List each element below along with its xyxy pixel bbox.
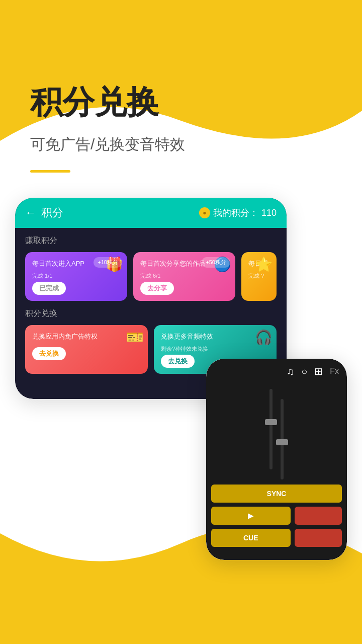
- cue-button[interactable]: CUE: [211, 529, 291, 547]
- dj-btn-row-3: CUE: [211, 529, 342, 547]
- card-icon-daily-watch: ⭐: [255, 256, 273, 273]
- page-subtitle: 可免广告/兑换变音特效: [30, 134, 332, 155]
- points-screen-title: 积分: [41, 205, 63, 220]
- card-icon-ad-free: 🎫: [126, 329, 144, 346]
- card-icon-voice-fx: 🎧: [255, 329, 273, 346]
- coin-icon: ●: [199, 207, 210, 218]
- phone-second: ♫ ○ ⊞ Fx SYNC: [206, 359, 347, 560]
- card-progress-daily-watch: 完成 ?: [248, 272, 269, 280]
- card-btn-daily-share[interactable]: 去分享: [140, 282, 174, 295]
- card-badge-daily-app: +10积分: [94, 257, 122, 268]
- card-daily-share[interactable]: 🔵 每日首次分享您的作品 +50积分 完成 6/1 去分享: [133, 252, 235, 301]
- title-divider: [30, 170, 70, 173]
- dj-buttons-area: SYNC ▶ CUE: [206, 485, 347, 547]
- sync-button[interactable]: SYNC: [211, 485, 342, 503]
- pad-button-2[interactable]: [295, 529, 342, 547]
- circle-icon: ○: [301, 366, 307, 377]
- dj-btn-row-1: SYNC: [211, 485, 342, 503]
- card-badge-daily-share: +50积分: [202, 257, 230, 268]
- fx-label: Fx: [330, 367, 339, 376]
- card-ad-free[interactable]: 🎫 兑换应用内免广告特权 去兑换: [25, 325, 148, 374]
- card-desc-voice-fx: 兑换更多音频特效: [161, 332, 269, 341]
- fader-track-left[interactable]: [269, 389, 273, 469]
- card-progress-daily-app: 完成 1/1: [32, 272, 120, 280]
- fader-handle-right[interactable]: [276, 439, 288, 445]
- dj-fader-area: [206, 389, 347, 479]
- card-btn-ad-free[interactable]: 去兑换: [32, 347, 66, 360]
- dj-btn-row-2: ▶: [211, 507, 342, 525]
- card-daily-app[interactable]: 🎁 每日首次进入APP +10积分 完成 1/1 已完成: [25, 252, 127, 301]
- card-btn-daily-app[interactable]: 已完成: [32, 282, 66, 295]
- music-icon: ♫: [287, 366, 294, 377]
- eq-icon: ⊞: [314, 365, 323, 377]
- card-btn-voice-fx[interactable]: 去兑换: [161, 355, 195, 368]
- main-content: 积分兑换 可免广告/兑换变音特效 ← 积分 ● 我的: [0, 0, 362, 590]
- card-desc-ad-free: 兑换应用内免广告特权: [32, 332, 141, 341]
- play-button[interactable]: ▶: [211, 507, 291, 525]
- my-points-value: 110: [261, 208, 277, 218]
- phones-container: ← 积分 ● 我的积分： 110 赚取积分: [30, 198, 332, 590]
- points-header: ← 积分 ● 我的积分： 110: [15, 198, 287, 228]
- my-points-label: 我的积分：: [213, 207, 258, 219]
- fader-handle-left[interactable]: [265, 419, 277, 425]
- dj-top-bar: ♫ ○ ⊞ Fx: [206, 359, 347, 384]
- back-button[interactable]: ←: [25, 206, 36, 219]
- card-daily-watch[interactable]: ⭐ 每日观 完成 ?: [241, 252, 277, 301]
- earn-section-label: 赚取积分: [25, 235, 277, 246]
- dj-screen: ♫ ○ ⊞ Fx SYNC: [206, 359, 347, 560]
- pad-button-1[interactable]: [295, 507, 342, 525]
- fader-track-right[interactable]: [281, 399, 284, 479]
- earn-cards-row: 🎁 每日首次进入APP +10积分 完成 1/1 已完成 🔵 每日首次分享您的作…: [25, 252, 277, 301]
- page-title: 积分兑换: [30, 80, 332, 124]
- exchange-section-label: 积分兑换: [25, 308, 277, 319]
- points-total: ● 我的积分： 110: [199, 207, 277, 219]
- card-progress-daily-share: 完成 6/1: [140, 272, 228, 280]
- card-sub-voice-fx: 剩余?种特效未兑换: [161, 345, 269, 353]
